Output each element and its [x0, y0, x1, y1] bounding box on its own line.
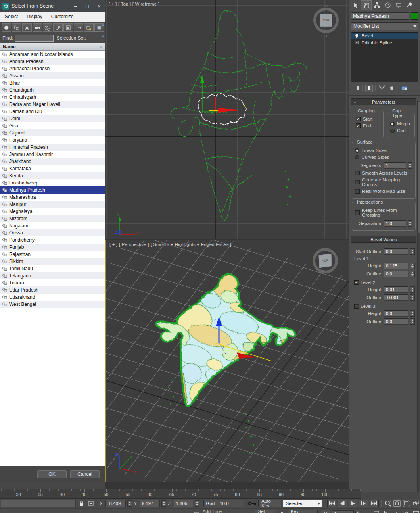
time-tag-icon[interactable]: [193, 510, 201, 513]
go-to-start-button[interactable]: [327, 500, 336, 507]
list-item[interactable]: Tripura: [0, 279, 105, 286]
list-item[interactable]: Andaman and Nicobar Islands: [0, 51, 105, 58]
selection-lock-icon[interactable]: [77, 500, 85, 507]
display-space-warps-icon[interactable]: [53, 23, 63, 32]
level3-checkbox[interactable]: ✓: [354, 304, 359, 309]
viewport-perspective[interactable]: z x y z [ + ] [ Perspective ] [ Smooth +…: [105, 240, 349, 482]
list-item[interactable]: Kerala: [0, 172, 105, 179]
display-bones-icon[interactable]: [84, 23, 94, 32]
keep-lines-from-crossing-checkbox[interactable]: ✓: [355, 210, 360, 215]
modifier-stack-item-bevel[interactable]: Bevel: [351, 33, 418, 39]
list-item[interactable]: Uttar Pradesh: [0, 286, 105, 294]
level3-outline-field[interactable]: 0.0: [384, 318, 408, 325]
level1-outline-field[interactable]: 0.0: [384, 271, 408, 277]
modifier-list-dropdown[interactable]: Modifier List: [351, 22, 418, 30]
viewcube-top[interactable]: N TOP S: [312, 6, 341, 35]
display-shapes-icon[interactable]: [12, 23, 21, 32]
y-spinner[interactable]: [161, 500, 166, 507]
separation-field[interactable]: 1.0: [384, 220, 406, 227]
configure-modifier-sets-icon[interactable]: [401, 85, 408, 92]
object-color-swatch[interactable]: [411, 12, 418, 20]
grid-radio[interactable]: [390, 129, 395, 133]
linear-sides-radio[interactable]: [355, 148, 359, 153]
level3-height-spinner[interactable]: [410, 310, 415, 317]
z-spinner[interactable]: [195, 500, 199, 507]
x-spinner[interactable]: [127, 500, 132, 507]
morph-radio[interactable]: [390, 122, 395, 126]
list-item[interactable]: Bihar: [0, 79, 105, 86]
display-tab-icon[interactable]: [393, 0, 404, 10]
name-column-header[interactable]: Name: [0, 43, 105, 51]
auto-key-button[interactable]: Auto Key: [258, 500, 281, 507]
hierarchy-tab-icon[interactable]: [372, 0, 382, 10]
viewport-top-label[interactable]: [ + ] [ Top ] [ Wireframe ]: [109, 2, 159, 6]
level1-height-spinner[interactable]: [410, 263, 415, 269]
segments-spinner[interactable]: [408, 162, 412, 169]
list-item[interactable]: Sikkim: [0, 258, 105, 265]
smooth-across-levels-checkbox[interactable]: ✓: [355, 171, 360, 175]
start-outline-spinner[interactable]: [410, 248, 415, 255]
list-item[interactable]: West Bengal: [0, 301, 105, 308]
absolute-mode-transform-icon[interactable]: [87, 500, 95, 507]
list-item[interactable]: Arunachal Pradesh: [0, 65, 105, 72]
level1-outline-spinner[interactable]: [410, 271, 415, 277]
display-lights-icon[interactable]: [22, 23, 32, 32]
display-groups-icon[interactable]: [63, 23, 73, 32]
transform-gizmo-top[interactable]: x y: [200, 75, 245, 113]
findrow-overflow-icon[interactable]: »: [102, 33, 104, 38]
generate-mapping-coords-checkbox[interactable]: ✓: [355, 180, 360, 184]
go-to-end-button[interactable]: [370, 500, 379, 507]
find-input[interactable]: [15, 35, 54, 42]
list-item[interactable]: Gujarat: [0, 129, 105, 136]
list-item[interactable]: Rajasthan: [0, 251, 105, 258]
zoom-extents-selected-icon[interactable]: [403, 500, 410, 507]
play-button[interactable]: [349, 500, 358, 507]
pin-stack-icon[interactable]: [353, 85, 360, 92]
list-item[interactable]: Orissa: [0, 229, 105, 236]
level1-height-field[interactable]: 0.125: [384, 263, 408, 269]
cancel-button[interactable]: Cancel: [70, 470, 100, 478]
curved-sides-radio[interactable]: [355, 155, 359, 159]
list-item[interactable]: Assam: [0, 72, 105, 79]
key-filters-button[interactable]: Key Filters...: [288, 510, 318, 513]
list-item[interactable]: Punjab: [0, 244, 105, 251]
menu-customize[interactable]: Customize: [47, 14, 78, 19]
display-cameras-icon[interactable]: [33, 23, 42, 32]
list-item[interactable]: Delhi: [0, 115, 105, 122]
level3-outline-spinner[interactable]: [410, 318, 415, 325]
list-item[interactable]: Daman and Diu: [0, 108, 105, 115]
viewport-perspective-label[interactable]: [ + ] [ Perspective ] [ Smooth + Highlig…: [109, 242, 231, 247]
start-outline-field[interactable]: 0.0: [384, 248, 408, 255]
viewport-top[interactable]: x y x y z [ + ] [ Top ] [ Wireframe ] N …: [105, 0, 349, 239]
real-world-map-size-checkbox[interactable]: ✓: [355, 189, 360, 194]
list-item[interactable]: Mizoram: [0, 215, 105, 222]
ok-button[interactable]: OK: [37, 470, 67, 478]
current-frame-field[interactable]: 0: [332, 510, 354, 513]
level2-checkbox[interactable]: ✓: [354, 280, 359, 285]
list-item[interactable]: Haryana: [0, 136, 105, 144]
end-checkbox[interactable]: ✓: [356, 123, 361, 128]
list-item[interactable]: Karnataka: [0, 165, 105, 172]
segments-field[interactable]: 1: [384, 162, 406, 169]
level2-outline-field[interactable]: -0.001: [384, 294, 408, 301]
object-name-field[interactable]: Madhya Pradesh: [351, 12, 409, 20]
dialog-titlebar[interactable]: Select From Scene – □ ×: [0, 0, 105, 12]
menu-display[interactable]: Display: [22, 14, 46, 19]
set-key-button[interactable]: Set Key: [255, 510, 276, 513]
create-tab-icon[interactable]: [350, 0, 361, 10]
show-end-result-icon[interactable]: [365, 85, 373, 92]
list-item[interactable]: Nagaland: [0, 222, 105, 229]
list-item[interactable]: Andhra Pradesh: [0, 58, 105, 65]
list-item[interactable]: Dadra and Nagar Haveli: [0, 101, 105, 108]
motion-tab-icon[interactable]: [382, 0, 393, 10]
panel-scrollbar[interactable]: [417, 101, 420, 492]
zoom-icon[interactable]: ±: [384, 500, 392, 507]
pan-hand-icon[interactable]: [392, 510, 401, 513]
key-mode-curve-icon[interactable]: [278, 510, 286, 513]
display-geometry-icon[interactable]: [2, 23, 11, 32]
make-unique-icon[interactable]: [378, 85, 385, 92]
utilities-tab-icon[interactable]: [404, 0, 414, 10]
x-coordinate-field[interactable]: -8.409: [105, 500, 126, 507]
viewcube-top-face[interactable]: TOP: [320, 14, 332, 27]
list-item[interactable]: Himachal Pradesh: [0, 144, 105, 151]
